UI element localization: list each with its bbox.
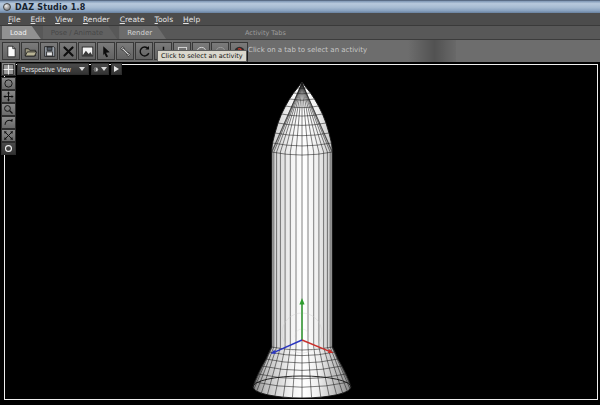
activity-tab-bar: Activity Tabs LoadPose / AnimateRender (0, 26, 600, 40)
pane-layout-icon (2, 63, 15, 76)
window-title: DAZ Studio 1.8 (15, 3, 85, 12)
zoom-icon (3, 104, 14, 115)
viewport-header: Perspective View (0, 62, 122, 76)
bone-tool-icon (119, 45, 132, 58)
rotate-icon (138, 45, 151, 58)
delete-icon (62, 45, 75, 58)
activity-tabs-label: Activity Tabs (245, 29, 286, 37)
activity-hint-text: Click on a tab to select an activity (248, 46, 367, 54)
viewport-canvas[interactable] (0, 62, 600, 405)
view-selector-dropdown[interactable]: Perspective View (17, 63, 89, 75)
orbit-icon (3, 78, 14, 89)
draw-style-sphere-icon (93, 65, 99, 74)
viewport-tool-pan[interactable] (1, 90, 16, 103)
render-image-icon (81, 45, 94, 58)
menu-view[interactable]: View (50, 15, 78, 24)
viewport-tool-column (1, 77, 16, 155)
wireframe-rocket[interactable] (253, 82, 351, 398)
toolbar-shade (408, 40, 456, 62)
tab-load[interactable]: Load (2, 26, 41, 39)
viewport[interactable]: Perspective View (0, 62, 600, 405)
view-selector-label: Perspective View (21, 66, 71, 73)
tab-render[interactable]: Render (119, 26, 166, 39)
play-arrow-icon (114, 66, 119, 72)
toolbar-button-rotate[interactable] (135, 42, 153, 60)
daz-studio-window: DAZ Studio 1.8 FileEditViewRenderCreateT… (0, 0, 600, 405)
rotate-view-icon (3, 117, 14, 128)
menu-render[interactable]: Render (78, 15, 115, 24)
main-toolbar: ?Click on a tab to select an activity (0, 40, 600, 62)
pane-layout-button[interactable] (1, 62, 16, 76)
new-file-icon (5, 45, 18, 58)
viewport-tool-rotate-view[interactable] (1, 116, 16, 129)
toolbar-button-save[interactable] (40, 42, 58, 60)
viewport-tool-frame[interactable] (1, 142, 16, 155)
toolbar-button-new-file[interactable] (2, 42, 20, 60)
viewport-tool-zoom[interactable] (1, 103, 16, 116)
tooltip: Click to select an activity (157, 50, 247, 62)
viewport-tool-orbit[interactable] (1, 77, 16, 90)
frame-icon (3, 143, 14, 154)
pan-icon (3, 91, 14, 102)
viewport-expand-button[interactable] (111, 63, 122, 75)
save-icon (43, 45, 56, 58)
app-icon (3, 3, 11, 11)
menu-create[interactable]: Create (115, 15, 150, 24)
chevron-down-icon (101, 67, 107, 71)
select-arrow-icon (100, 45, 113, 58)
draw-style-dropdown[interactable] (91, 63, 109, 75)
toolbar-button-select-arrow[interactable] (97, 42, 115, 60)
title-bar[interactable]: DAZ Studio 1.8 (0, 0, 600, 13)
menu-file[interactable]: File (3, 15, 26, 24)
viewport-tool-dolly[interactable] (1, 129, 16, 142)
toolbar-button-open-folder[interactable] (21, 42, 39, 60)
tab-pose-animate[interactable]: Pose / Animate (43, 26, 117, 39)
menu-tools[interactable]: Tools (150, 15, 178, 24)
menu-help[interactable]: Help (178, 15, 205, 24)
toolbar-button-render-image[interactable] (78, 42, 96, 60)
dolly-icon (3, 130, 14, 141)
chevron-down-icon (79, 67, 85, 71)
toolbar-button-bone-tool[interactable] (116, 42, 134, 60)
open-folder-icon (24, 45, 37, 58)
menu-edit[interactable]: Edit (26, 15, 51, 24)
toolbar-button-delete[interactable] (59, 42, 77, 60)
menu-bar: FileEditViewRenderCreateToolsHelp (0, 13, 600, 26)
